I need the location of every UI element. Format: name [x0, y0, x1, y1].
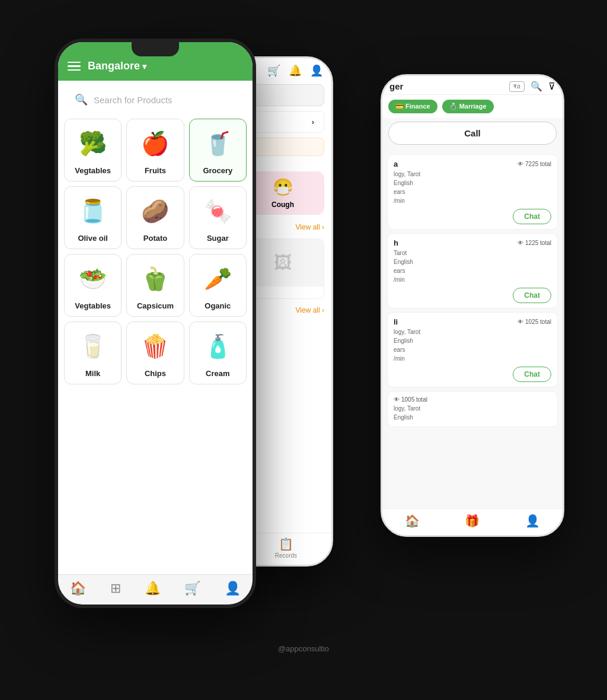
- nav-home-right[interactable]: 🏠: [405, 514, 420, 528]
- nav-records[interactable]: 📋 Records: [275, 537, 297, 559]
- hamburger-menu[interactable]: [68, 62, 81, 71]
- cat-label-sugar: Sugar: [207, 234, 229, 243]
- cat-label-grocery: Grocery: [203, 166, 232, 175]
- chat-button-0[interactable]: Chat: [513, 209, 551, 224]
- marriage-tag[interactable]: 💍 Marriage: [442, 100, 494, 113]
- search-icon-right[interactable]: 🔍: [531, 81, 542, 92]
- cat-card-vegtables2[interactable]: 🥗 Vegtables: [64, 254, 122, 317]
- cat-img-potato: 🥔: [135, 192, 176, 230]
- nav-home-left[interactable]: 🏠: [70, 581, 86, 596]
- cat-card-organic[interactable]: 🥕 Oganic: [189, 254, 247, 317]
- eye-icon-2: 👁: [517, 319, 523, 325]
- eye-icon-0: 👁: [517, 161, 523, 167]
- cat-card-capsicum[interactable]: 🫑 Capsicum: [126, 254, 184, 317]
- eye-icon-3: 👁: [394, 396, 400, 403]
- nav-cart-left[interactable]: 🛒: [184, 581, 200, 596]
- doctor-card-2: li 👁 1025 total logy, Tarot English ears…: [387, 312, 558, 387]
- phone-right: ger ₹0 🔍 ⊽ 💳 Finance 💍 Marriage Call: [381, 74, 564, 537]
- doctor-info-3: logy, Tarot English: [394, 404, 551, 422]
- cat-label-capsicum: Capsicum: [137, 301, 174, 310]
- chevron-down-icon: ▾: [142, 62, 146, 71]
- cat-label-fruits: Fruits: [145, 166, 166, 175]
- doctor-card-bottom-0: Chat: [394, 209, 551, 224]
- doctor-card-bottom-1: Chat: [394, 288, 551, 303]
- profile-icon-mid[interactable]: 👤: [310, 64, 323, 77]
- doctor-card-header-3: 👁 1005 total: [394, 396, 551, 403]
- chat-button-2[interactable]: Chat: [513, 367, 551, 382]
- cat-card-cream[interactable]: 🧴 Cream: [189, 322, 247, 384]
- chat-button-1[interactable]: Chat: [513, 288, 551, 303]
- cart-icon-mid[interactable]: 🛒: [267, 64, 280, 77]
- cat-card-oliveoil[interactable]: 🫙 Olive oil: [64, 186, 122, 249]
- cat-label-vegetables: Vegtables: [75, 166, 111, 175]
- cat-card-grocery[interactable]: 🥤 Grocery: [189, 119, 247, 182]
- category-grid-row2: 🫙 Olive oil 🥔 Potato 🍬 Sugar: [58, 186, 253, 249]
- category-grid-row1: 🥦 Vegtables 🍎 Fruits 🥤 Grocery: [58, 119, 253, 182]
- cat-img-capsicum: 🫑: [135, 259, 176, 298]
- doctor-name-2: li: [394, 317, 398, 326]
- doctor-card-bottom-2: Chat: [394, 367, 551, 382]
- filter-tags-right: 💳 Finance 💍 Marriage: [382, 95, 563, 118]
- finance-tag[interactable]: 💳 Finance: [388, 100, 437, 113]
- watermark: @appconsultio: [278, 644, 329, 653]
- cat-img-cream: 🧴: [197, 327, 238, 365]
- cat-img-milk: 🥛: [72, 327, 114, 365]
- doctor-card-1: h 👁 1225 total Tarot English ears /min C…: [387, 233, 558, 308]
- cat-img-vegetables: 🥦: [72, 124, 114, 163]
- bottom-nav-right: 🏠 🎁 👤: [382, 508, 563, 535]
- cat-label-chips: Chips: [145, 369, 166, 378]
- total-badge-0: 👁 7225 total: [517, 161, 551, 167]
- finance-icon: 💳: [395, 103, 404, 110]
- doctor-name-1: h: [394, 238, 398, 247]
- bottom-nav-left: 🏠 ⊞ 🔔 🛒 👤: [58, 574, 253, 604]
- cat-img-vegtables2: 🥗: [72, 259, 114, 298]
- cat-label-milk: Milk: [85, 369, 100, 378]
- call-button[interactable]: Call: [388, 122, 557, 145]
- cat-card-potato[interactable]: 🥔 Potato: [126, 186, 184, 249]
- doctor-name-0: a: [394, 160, 398, 168]
- doctor-card-header-0: a 👁 7225 total: [394, 160, 551, 168]
- bell-icon-mid[interactable]: 🔔: [289, 64, 302, 77]
- doctor-info-2: logy, Tarot English ears /min: [394, 327, 551, 363]
- cat-card-chips[interactable]: 🍿 Chips: [126, 322, 184, 384]
- cat-label-vegtables2: Vegtables: [75, 301, 111, 310]
- nav-gift-right[interactable]: 🎁: [465, 514, 480, 528]
- status-bar-right: ger ₹0 🔍 ⊽: [382, 76, 563, 95]
- rupee-badge: ₹0: [509, 81, 525, 92]
- doctor-card-3: 👁 1005 total logy, Tarot English: [387, 391, 558, 427]
- doctor-list: a 👁 7225 total logy, Tarot English ears …: [382, 148, 563, 481]
- eye-icon-1: 👁: [517, 240, 523, 246]
- cat-label-potato: Potato: [143, 234, 167, 243]
- nav-bell-left[interactable]: 🔔: [145, 581, 161, 596]
- cat-img-organic: 🥕: [197, 259, 238, 298]
- cat-img-chips: 🍿: [135, 327, 176, 365]
- cat-card-milk[interactable]: 🥛 Milk: [64, 322, 122, 384]
- category-grid-row4: 🥛 Milk 🍿 Chips 🧴 Cream: [58, 322, 253, 384]
- cat-card-sugar[interactable]: 🍬 Sugar: [189, 186, 247, 249]
- cat-label-cream: Cream: [206, 369, 229, 378]
- nav-profile-right[interactable]: 👤: [525, 514, 540, 528]
- cat-card-fruits[interactable]: 🍎 Fruits: [126, 119, 184, 182]
- symptom-label-1: Cough: [271, 201, 294, 209]
- records-icon: 📋: [279, 537, 293, 551]
- cat-img-sugar: 🍬: [197, 192, 238, 230]
- doctor-card-header-2: li 👁 1025 total: [394, 317, 551, 326]
- chevron-right-icon: ›: [312, 117, 314, 126]
- symptom-icon-1: 😷: [273, 177, 293, 197]
- top-icons-right: ₹0 🔍 ⊽: [509, 81, 555, 92]
- category-grid-row3: 🥗 Vegtables 🫑 Capsicum 🥕 Oganic: [58, 254, 253, 317]
- search-bar-left[interactable]: 🔍 Search for Products: [66, 87, 244, 113]
- nav-grid-left[interactable]: ⊞: [110, 581, 121, 596]
- location-label[interactable]: Bangalore ▾: [88, 60, 146, 72]
- cat-card-vegetables[interactable]: 🥦 Vegtables: [64, 119, 122, 182]
- cat-label-oliveoil: Olive oil: [78, 234, 108, 243]
- total-badge-2: 👁 1025 total: [517, 319, 551, 325]
- cat-img-oliveoil: 🫙: [72, 192, 114, 230]
- app-title-right: ger: [389, 81, 403, 91]
- scene: ger ₹0 🔍 ⊽ 💳 Finance 💍 Marriage Call: [37, 39, 570, 661]
- call-btn-row: Call: [382, 118, 563, 148]
- notch: [132, 42, 179, 56]
- filter-icon-right[interactable]: ⊽: [548, 81, 555, 92]
- phone-left: Bangalore ▾ 🔍 Search for Products 🥦 Vegt…: [55, 39, 256, 608]
- nav-profile-left[interactable]: 👤: [225, 581, 241, 596]
